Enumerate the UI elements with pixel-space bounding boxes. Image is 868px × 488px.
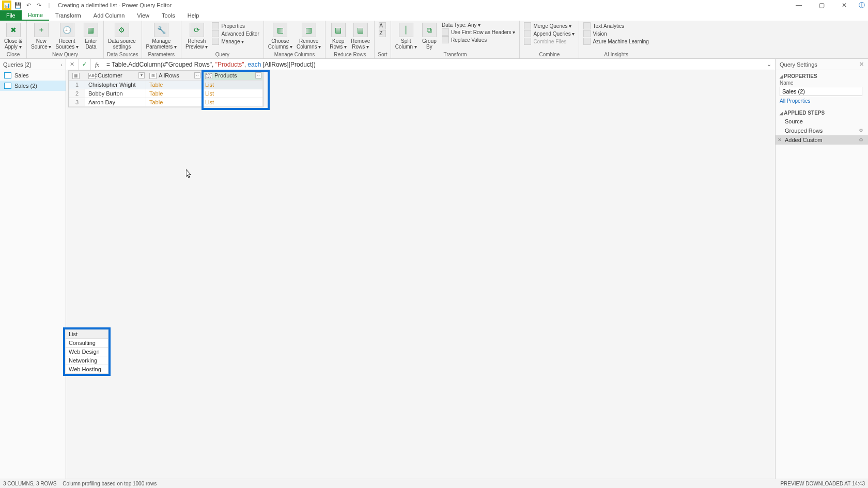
data-grid[interactable]: ▦ ABCCustomer▾ ⊞AllRows↔ ABC123Products↔… (68, 70, 264, 107)
tab-help[interactable]: Help (181, 10, 206, 21)
query-item-sales[interactable]: Sales (0, 70, 66, 81)
formula-text: [AllRows][Product]) (261, 61, 315, 68)
formula-bar: ✕ ✓ fx = Table.AddColumn(#"Grouped Rows"… (66, 59, 775, 70)
help-button[interactable]: ⓘ (856, 0, 868, 10)
column-header-allrows[interactable]: ⊞AllRows↔ (146, 71, 202, 81)
list-item[interactable]: Consulting (66, 339, 109, 348)
formula-text: "Products" (215, 61, 244, 68)
cell-products[interactable]: List (202, 81, 263, 89)
tab-tools[interactable]: Tools (156, 10, 181, 21)
delete-step-icon[interactable]: ✕ (778, 137, 782, 143)
table-icon: ▦ (72, 73, 80, 79)
data-type-dropdown[interactable]: Data Type: Any ▾ (442, 22, 515, 28)
ribbon-group-label: AI Insights (582, 52, 649, 58)
query-settings-title: Query Settings (780, 61, 817, 68)
table-row[interactable]: 1 Christopher Wright Table List (69, 81, 263, 89)
tab-file[interactable]: File (0, 10, 22, 21)
cell-customer[interactable]: Christopher Wright (85, 81, 146, 89)
gear-icon[interactable]: ⚙ (859, 128, 865, 134)
properties-button[interactable]: Properties (212, 22, 259, 29)
group-by-button[interactable]: ⧉Group By (420, 22, 439, 51)
data-source-settings-button[interactable]: ⚙Data source settings (107, 22, 137, 51)
table-row[interactable]: 2 Bobby Burton Table List (69, 89, 263, 98)
cell-allrows[interactable]: Table (146, 98, 202, 107)
cell-allrows[interactable]: Table (146, 89, 202, 98)
text-analytics-button[interactable]: Text Analytics (583, 22, 648, 29)
advanced-editor-button[interactable]: Advanced Editor (212, 30, 259, 37)
refresh-preview-button[interactable]: ⟳Refresh Preview ▾ (184, 22, 209, 51)
step-source[interactable]: Source (776, 117, 868, 126)
formula-commit-icon[interactable]: ✓ (79, 59, 91, 70)
minimize-button[interactable]: — (787, 0, 810, 10)
gear-icon[interactable]: ⚙ (859, 137, 865, 143)
azure-ml-button[interactable]: Azure Machine Learning (583, 38, 648, 45)
query-name-input[interactable] (780, 87, 862, 96)
ribbon-group-data-sources: ⚙Data source settings Data Sources (104, 21, 142, 58)
query-item-sales2[interactable]: Sales (2) (0, 81, 66, 91)
cell-customer[interactable]: Aaron Day (85, 98, 146, 107)
formula-cancel-icon[interactable]: ✕ (66, 59, 79, 70)
close-button[interactable]: ✕ (833, 0, 856, 10)
maximize-button[interactable]: ▢ (810, 0, 833, 10)
app-logo: 📊 (2, 1, 11, 10)
replace-values-button[interactable]: Replace Values (442, 36, 515, 43)
undo-icon[interactable]: ↶ (24, 1, 33, 9)
enter-data-button[interactable]: ▦Enter Data (82, 22, 100, 51)
column-header-products[interactable]: ABC123Products↔ (202, 71, 263, 81)
step-added-custom[interactable]: ✕Added Custom⚙ (776, 135, 868, 145)
new-source-button[interactable]: ＋New Source ▾ (30, 22, 52, 51)
manage-button[interactable]: Manage ▾ (212, 38, 259, 45)
combine-files-button[interactable]: Combine Files (524, 38, 575, 45)
close-settings-icon[interactable]: ✕ (859, 61, 864, 68)
first-row-headers-button[interactable]: Use First Row as Headers ▾ (442, 28, 515, 36)
preview-header: List (66, 330, 109, 339)
remove-columns-button[interactable]: ▥Remove Columns ▾ (296, 22, 322, 51)
remove-rows-button[interactable]: ▤Remove Rows ▾ (350, 22, 371, 51)
table-row[interactable]: 3 Aaron Day Table List (69, 98, 263, 107)
keep-rows-button[interactable]: ▤Keep Rows ▾ (329, 22, 348, 51)
step-grouped-rows[interactable]: Grouped Rows⚙ (776, 126, 868, 135)
row-number: 2 (69, 89, 85, 98)
expand-icon[interactable]: ↔ (194, 72, 200, 78)
sort-desc-button[interactable]: Z (379, 30, 386, 37)
save-icon[interactable]: 💾 (13, 1, 23, 9)
collapse-queries-icon[interactable]: ‹ (60, 61, 63, 68)
list-item[interactable]: Web Design (66, 348, 109, 356)
list-item[interactable]: Networking (66, 356, 109, 365)
filter-icon[interactable]: ▾ (138, 72, 145, 78)
cell-products[interactable]: List (202, 98, 263, 107)
step-label: Source (785, 118, 803, 124)
split-column-button[interactable]: ⎮Split Column ▾ (394, 22, 418, 51)
ribbon-group-transform: ⎮Split Column ▾ ⧉Group By Data Type: Any… (391, 21, 520, 58)
row-number: 3 (69, 98, 85, 107)
ribbon-group-new-query: ＋New Source ▾ 🕘Recent Sources ▾ ▦Enter D… (27, 21, 104, 58)
all-properties-link[interactable]: All Properties (776, 98, 868, 107)
column-header-label: AllRows (159, 72, 179, 78)
sort-asc-button[interactable]: A (379, 22, 386, 29)
expand-icon[interactable]: ↔ (255, 72, 261, 78)
tab-add-column[interactable]: Add Column (87, 10, 131, 21)
choose-columns-button[interactable]: ▥Choose Columns ▾ (267, 22, 293, 51)
cell-customer[interactable]: Bobby Burton (85, 89, 146, 98)
tab-view[interactable]: View (131, 10, 156, 21)
close-apply-button[interactable]: ✖Close & Apply ▾ (3, 22, 23, 51)
tab-transform[interactable]: Transform (49, 10, 87, 21)
vision-button[interactable]: Vision (583, 30, 648, 37)
cell-allrows[interactable]: Table (146, 81, 202, 89)
append-queries-button[interactable]: Append Queries ▾ (524, 30, 575, 37)
recent-sources-button[interactable]: 🕘Recent Sources ▾ (54, 22, 79, 51)
manage-parameters-button[interactable]: 🔧Manage Parameters ▾ (145, 22, 178, 51)
merge-queries-button[interactable]: Merge Queries ▾ (524, 22, 575, 29)
formula-input[interactable]: = Table.AddColumn(#"Grouped Rows", "Prod… (103, 61, 763, 68)
list-item[interactable]: Web Hosting (66, 365, 109, 374)
ribbon-group-label: Reduce Rows (329, 52, 371, 58)
tab-home[interactable]: Home (22, 10, 49, 21)
cell-products[interactable]: List (202, 89, 263, 98)
column-header-index[interactable]: ▦ (69, 71, 85, 81)
redo-icon[interactable]: ↷ (34, 1, 43, 9)
formula-expand-icon[interactable]: ⌄ (763, 61, 775, 68)
type-table-icon: ⊞ (149, 73, 157, 79)
window-title: Creating a delimited list - Power Query … (58, 2, 172, 8)
column-header-customer[interactable]: ABCCustomer▾ (85, 71, 146, 81)
fx-icon[interactable]: fx (91, 61, 103, 68)
